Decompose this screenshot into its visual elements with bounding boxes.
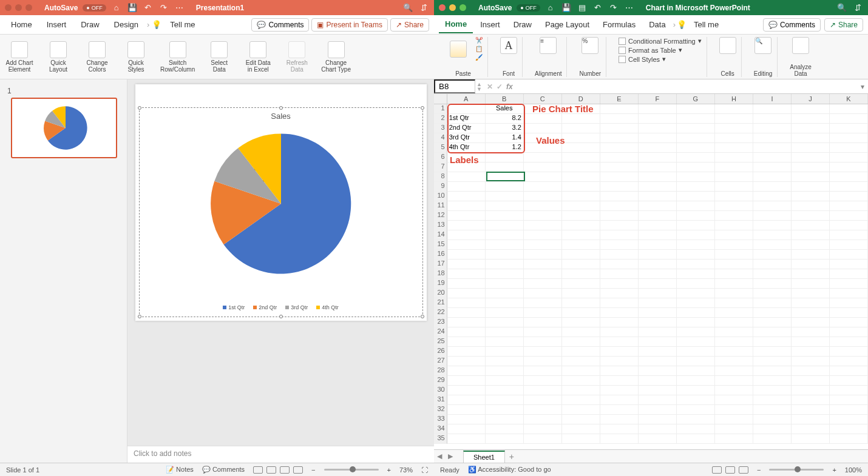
cell-D16[interactable] <box>562 250 600 260</box>
cell-D5[interactable] <box>562 143 600 153</box>
cell-J21[interactable] <box>792 298 830 308</box>
cell-A30[interactable] <box>447 386 486 395</box>
row-header-11[interactable]: 11 <box>434 201 447 211</box>
cell-B14[interactable] <box>486 230 524 240</box>
page-layout-view-icon[interactable] <box>725 466 735 474</box>
cell-B23[interactable] <box>486 318 524 327</box>
cell-D11[interactable] <box>562 201 600 211</box>
cell-H34[interactable] <box>715 424 753 434</box>
cell-F8[interactable] <box>639 172 677 182</box>
zoom-window-icon[interactable] <box>459 4 466 11</box>
cell-B13[interactable] <box>486 221 524 230</box>
cell-K8[interactable] <box>830 172 868 182</box>
close-window-icon[interactable] <box>439 4 446 11</box>
cell-D31[interactable] <box>562 395 600 405</box>
cell-K10[interactable] <box>830 192 868 201</box>
cell-H28[interactable] <box>715 366 753 376</box>
cell-B31[interactable] <box>486 395 524 405</box>
cell-G11[interactable] <box>677 201 715 211</box>
chart-title[interactable]: Sales <box>140 112 422 121</box>
undo-icon[interactable]: ↶ <box>143 3 154 12</box>
column-header-F[interactable]: F <box>639 94 677 104</box>
row-header-24[interactable]: 24 <box>434 327 447 337</box>
row-header-19[interactable]: 19 <box>434 279 447 289</box>
cell-I16[interactable] <box>753 250 792 260</box>
cell-D24[interactable] <box>562 327 600 337</box>
cell-J12[interactable] <box>792 211 830 221</box>
cell-G3[interactable] <box>677 124 715 133</box>
cell-J9[interactable] <box>792 182 830 192</box>
cell-K27[interactable] <box>830 357 868 366</box>
cell-G5[interactable] <box>677 143 715 153</box>
cell-C16[interactable] <box>524 250 562 260</box>
cell-G8[interactable] <box>677 172 715 182</box>
cell-I30[interactable] <box>753 386 792 395</box>
cell-H32[interactable] <box>715 405 753 415</box>
cell-K6[interactable] <box>830 153 868 163</box>
cell-I9[interactable] <box>753 182 792 192</box>
cell-G28[interactable] <box>677 366 715 376</box>
cell-E23[interactable] <box>600 318 639 327</box>
cell-E26[interactable] <box>600 347 639 357</box>
cell-J6[interactable] <box>792 153 830 163</box>
cell-H17[interactable] <box>715 260 753 269</box>
cell-F35[interactable] <box>639 434 677 444</box>
format-as-table-button[interactable]: Format as Table ▾ <box>619 46 682 54</box>
cell-H9[interactable] <box>715 182 753 192</box>
cell-K4[interactable] <box>830 133 868 143</box>
cell-A7[interactable] <box>447 163 486 172</box>
cell-I21[interactable] <box>753 298 792 308</box>
expand-formula-bar-icon[interactable]: ▾ <box>857 82 868 91</box>
zoom-out-button[interactable]: − <box>311 466 315 474</box>
cell-A26[interactable] <box>447 347 486 357</box>
cell-E15[interactable] <box>600 240 639 250</box>
cell-B33[interactable] <box>486 415 524 424</box>
cancel-formula-icon[interactable]: ✕ <box>487 82 493 91</box>
cell-I8[interactable] <box>753 172 792 182</box>
tab-page-layout[interactable]: Page Layout <box>539 16 595 33</box>
cell-G1[interactable] <box>677 104 715 114</box>
notes-toggle[interactable]: 📝 Notes <box>166 466 194 474</box>
add-chart-element-button[interactable]: Add Chart Element <box>5 41 34 73</box>
cell-I26[interactable] <box>753 347 792 357</box>
add-sheet-button[interactable]: + <box>505 452 518 461</box>
quick-layout-button[interactable]: Quick Layout <box>44 41 73 73</box>
cell-I2[interactable] <box>753 114 792 124</box>
cell-D2[interactable] <box>562 114 600 124</box>
cell-F30[interactable] <box>639 386 677 395</box>
cell-A27[interactable] <box>447 357 486 366</box>
cell-I12[interactable] <box>753 211 792 221</box>
cell-F9[interactable] <box>639 182 677 192</box>
cell-B3[interactable]: 3.2 <box>486 124 524 133</box>
share-button[interactable]: ↗ Share <box>824 18 863 32</box>
cell-K13[interactable] <box>830 221 868 230</box>
row-header-15[interactable]: 15 <box>434 240 447 250</box>
cell-B30[interactable] <box>486 386 524 395</box>
cell-A2[interactable]: 1st Qtr <box>447 114 486 124</box>
cell-F20[interactable] <box>639 289 677 298</box>
cell-G15[interactable] <box>677 240 715 250</box>
cell-B22[interactable] <box>486 308 524 318</box>
cell-E4[interactable] <box>600 133 639 143</box>
cell-G23[interactable] <box>677 318 715 327</box>
undo-icon[interactable]: ↶ <box>592 3 603 12</box>
cell-A24[interactable] <box>447 327 486 337</box>
cell-G7[interactable] <box>677 163 715 172</box>
cell-I4[interactable] <box>753 133 792 143</box>
tab-draw[interactable]: Draw <box>507 16 538 33</box>
cell-C18[interactable] <box>524 269 562 279</box>
page-break-view-icon[interactable] <box>739 466 748 474</box>
cell-B4[interactable]: 1.4 <box>486 133 524 143</box>
cell-B9[interactable] <box>486 182 524 192</box>
cell-D3[interactable] <box>562 124 600 133</box>
row-header-4[interactable]: 4 <box>434 133 447 143</box>
cell-F19[interactable] <box>639 279 677 289</box>
cell-F7[interactable] <box>639 163 677 172</box>
cell-F32[interactable] <box>639 405 677 415</box>
cell-F2[interactable] <box>639 114 677 124</box>
cell-D27[interactable] <box>562 357 600 366</box>
cell-H35[interactable] <box>715 434 753 444</box>
cell-H24[interactable] <box>715 327 753 337</box>
cell-C24[interactable] <box>524 327 562 337</box>
cell-J5[interactable] <box>792 143 830 153</box>
